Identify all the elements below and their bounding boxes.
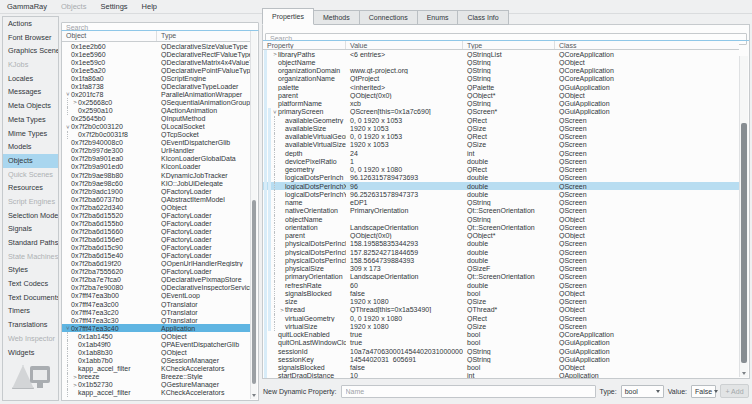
- tree-row[interactable]: 0x7f2b9ae98c60KIO::JobUiDelegate: [62, 179, 251, 187]
- tree-row[interactable]: 0x1ab8b30QObject: [62, 348, 251, 356]
- value-select[interactable]: False: [691, 385, 716, 398]
- object-tree-scrollbar[interactable]: [250, 31, 257, 399]
- column-header-value[interactable]: Value: [346, 41, 463, 49]
- tree-row[interactable]: 0x7f2ba6d15520QFactoryLoader: [62, 211, 251, 219]
- tree-row[interactable]: 0x7f2ba6d15e40QFactoryLoader: [62, 252, 251, 260]
- property-row[interactable]: quitOnLastWindowClosedtrueboolQGuiApplic…: [263, 339, 739, 347]
- property-row[interactable]: objectNameQStringQObject: [263, 215, 739, 223]
- column-header-property[interactable]: Property: [263, 41, 346, 49]
- property-row[interactable]: organizationNameQtProjectQStringQCoreApp…: [263, 75, 739, 83]
- tree-row[interactable]: 0x1ee5a20QDeclarativePointFValueType: [62, 66, 251, 74]
- sidebar-item-mime-types[interactable]: Mime Types: [3, 127, 58, 141]
- tree-row[interactable]: 0x1ee59c0QDeclarativeMatrix4x4ValueType: [62, 58, 251, 66]
- tree-row[interactable]: >0x201fc78ParallelAnimationWrapper: [62, 90, 251, 98]
- sidebar-item-meta-types[interactable]: Meta Types: [3, 113, 58, 127]
- property-row[interactable]: logicalDotsPerInchY96.252631578947373dou…: [263, 190, 739, 198]
- property-row[interactable]: availableGeometry0, 0 1920 x 1053QRectQS…: [263, 116, 739, 124]
- property-row[interactable]: >threadQThread[this=0x1a53490]QThread*QO…: [263, 306, 739, 314]
- tree-row[interactable]: >0x7f2b0c003120QLocalSocket: [62, 123, 251, 131]
- tree-row[interactable]: 0x7f2b9a901ed0KIconLoader: [62, 163, 251, 171]
- sidebar-item-resources[interactable]: Resources: [3, 181, 58, 195]
- tab-class-info[interactable]: Class Info: [458, 10, 508, 25]
- menu-settings[interactable]: Settings: [93, 0, 134, 13]
- sidebar-item-signals[interactable]: Signals: [3, 222, 58, 236]
- tree-row[interactable]: 0x7f2b9a901ea0KIconLoaderGlobalData: [62, 155, 251, 163]
- tree-row[interactable]: 0x7fff47ea3c20QTranslator: [62, 308, 251, 316]
- tree-row[interactable]: 0x7f2ba7555620QFactoryLoader: [62, 268, 251, 276]
- property-row[interactable]: >primaryScreenQScreen[this=0x1a7c690]QSc…: [263, 108, 739, 116]
- property-row[interactable]: size1920 x 1080QSizeQScreen: [263, 298, 739, 306]
- property-row[interactable]: orientationLandscapeOrientationQt::Scree…: [263, 223, 739, 231]
- add-property-button[interactable]: + Add: [720, 384, 749, 398]
- expander-expanded-icon[interactable]: >: [65, 325, 71, 331]
- sidebar-item-locales[interactable]: Locales: [3, 72, 58, 86]
- tree-row[interactable]: 0x7f2ba622d340QObject: [62, 203, 251, 211]
- tree-row[interactable]: 0x7f2ba7e7fca0QDeclarativePixmapStore: [62, 276, 251, 284]
- sidebar-item-objects[interactable]: Objects: [3, 154, 58, 168]
- tree-row[interactable]: 0x25645b0QInputMethod: [62, 115, 251, 123]
- property-row[interactable]: nameeDP1QStringQScreen: [263, 199, 739, 207]
- tree-row[interactable]: 0x1ee2b60QDeclarativeSizeValueType: [62, 42, 251, 50]
- tree-row[interactable]: 0x7f2b997de300UrlHandler: [62, 147, 251, 155]
- property-row[interactable]: refreshRate60doubleQScreen: [263, 281, 739, 289]
- tab-enums[interactable]: Enums: [418, 10, 459, 25]
- sidebar-item-selection-models[interactable]: Selection Models: [3, 209, 58, 223]
- sidebar-item-styles[interactable]: Styles: [3, 263, 58, 277]
- tab-connections[interactable]: Connections: [360, 10, 418, 25]
- property-row[interactable]: virtualGeometry0, 0 1920 x 1080QRectQScr…: [263, 314, 739, 322]
- tree-row[interactable]: 0x7f2b9adc1900QFactoryLoader: [62, 187, 251, 195]
- property-row[interactable]: physicalDotsPerInch158.19585835344293dou…: [263, 240, 739, 248]
- property-row[interactable]: signalsBlockedfalseboolQObject: [263, 364, 739, 372]
- sidebar-item-actions[interactable]: Actions: [3, 17, 58, 31]
- property-row[interactable]: availableVirtualSize1920 x 1053QSizeQScr…: [263, 141, 739, 149]
- tree-row[interactable]: 0x7f2b0c0031f8QTcpSocket: [62, 131, 251, 139]
- tree-row[interactable]: 0x7f2b940008c0QEventDispatcherGlib: [62, 139, 251, 147]
- scroll-down-icon[interactable]: [251, 391, 257, 399]
- expander-expanded-icon[interactable]: >: [65, 91, 71, 97]
- property-row[interactable]: virtualSize1920 x 1080QSizeQScreen: [263, 322, 739, 330]
- tree-row[interactable]: >0x1b52730QGestureManager: [62, 381, 251, 389]
- tree-row[interactable]: 0x1ee5960QDeclarativeRectFValueType: [62, 50, 251, 58]
- tree-row[interactable]: 0x1abb7b0QSessionManager: [62, 356, 251, 364]
- sidebar-item-messages[interactable]: Messages: [3, 85, 58, 99]
- column-header-type[interactable]: Type: [463, 41, 555, 49]
- menu-gammaray[interactable]: GammaRay: [0, 0, 54, 13]
- tree-row[interactable]: 0x1fa8738QDeclarativeTypeLoader: [62, 82, 251, 90]
- new-property-name-input[interactable]: [341, 385, 596, 398]
- property-row[interactable]: physicalDotsPerInchY158.5664739884393dou…: [263, 256, 739, 264]
- tree-row[interactable]: 0x7f2ba6d155b0QFactoryLoader: [62, 219, 251, 227]
- tree-row[interactable]: 0x7f2ba6d15660QFactoryLoader: [62, 227, 251, 235]
- expander-expanded-icon[interactable]: >: [65, 124, 71, 130]
- sidebar-item-timers[interactable]: Timers: [3, 304, 58, 318]
- sidebar-item-standard-paths[interactable]: Standard Paths: [3, 236, 58, 250]
- sidebar-item-models[interactable]: Models: [3, 140, 58, 154]
- property-row[interactable]: >libraryPaths<6 entries>QStringListQCore…: [263, 50, 739, 58]
- tree-row[interactable]: 0x7fff47ea3c00QTranslator: [62, 300, 251, 308]
- property-row[interactable]: organizationDomainwww.qt-project.orgQStr…: [263, 67, 739, 75]
- tree-row[interactable]: >breezeBreeze::Style: [62, 373, 251, 381]
- type-select[interactable]: bool: [621, 385, 664, 398]
- property-row[interactable]: geometry0, 0 1920 x 1080QRectQScreen: [263, 166, 739, 174]
- menu-help[interactable]: Help: [135, 0, 164, 13]
- scrollbar-thumb[interactable]: [252, 200, 256, 384]
- property-row[interactable]: platformNamexcbQStringQGuiApplication: [263, 100, 739, 108]
- property-row[interactable]: devicePixelRatio1doubleQScreen: [263, 157, 739, 165]
- property-row[interactable]: parentQObject(0x0)QObject*QObject: [263, 232, 739, 240]
- sidebar-item-translations[interactable]: Translations: [3, 318, 58, 332]
- scroll-up-icon[interactable]: [740, 56, 748, 64]
- tree-row[interactable]: kapp_accel_filterKCheckAccelerators: [62, 365, 251, 373]
- tab-properties[interactable]: Properties: [262, 8, 314, 25]
- scrollbar-thumb[interactable]: [741, 123, 747, 363]
- tree-row[interactable]: 0x1ab1450QObject: [62, 332, 251, 340]
- tree-row[interactable]: >0x25668c0QSequentialAnimationGroup: [62, 98, 251, 106]
- scroll-down-icon[interactable]: [740, 369, 748, 377]
- tree-row[interactable]: 0x7fff47ea3b00QEventLoop: [62, 292, 251, 300]
- tree-row[interactable]: 0x1ab49f0QPAEventDispatcherGlib: [62, 340, 251, 348]
- property-row[interactable]: logicalDotsPerInch96.126315789473693doub…: [263, 174, 739, 182]
- tree-row[interactable]: 0x7f2ba60737b0QAbstractItemModel: [62, 195, 251, 203]
- property-row[interactable]: objectNameQStringQObject: [263, 58, 739, 66]
- tree-row[interactable]: 0x7f2ba6d156e0QFactoryLoader: [62, 236, 251, 244]
- property-row[interactable]: availableSize1920 x 1053QSizeQScreen: [263, 124, 739, 132]
- sidebar-item-graphics-scenes[interactable]: Graphics Scenes: [3, 44, 58, 58]
- property-row[interactable]: startDragDistance10intQApplication: [263, 372, 739, 378]
